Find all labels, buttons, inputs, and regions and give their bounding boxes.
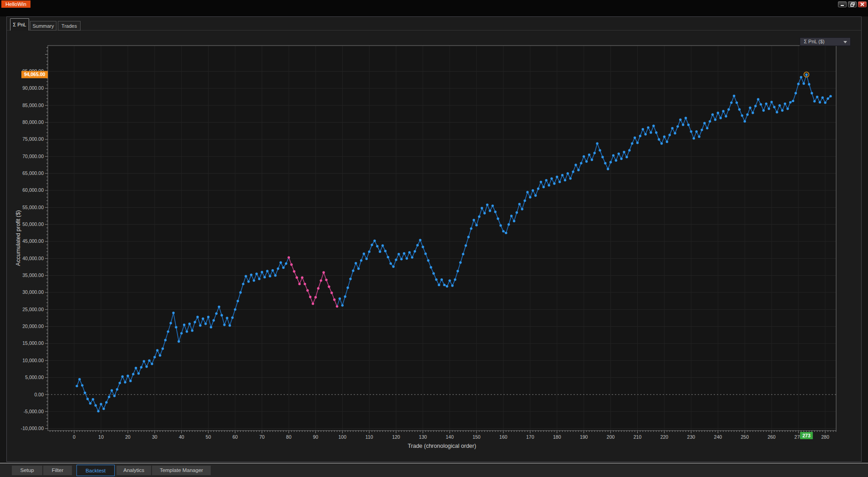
svg-text:90,000.00: 90,000.00 — [22, 85, 44, 91]
svg-text:200: 200 — [607, 434, 615, 440]
tab-filter[interactable]: Filter — [43, 466, 72, 475]
svg-text:70: 70 — [259, 434, 265, 440]
svg-text:160: 160 — [499, 434, 508, 440]
chevron-down-icon — [843, 41, 847, 43]
svg-text:240: 240 — [714, 434, 722, 440]
svg-text:110: 110 — [365, 434, 373, 440]
svg-text:10,000.00: 10,000.00 — [22, 358, 44, 363]
svg-text:190: 190 — [580, 434, 588, 440]
svg-text:220: 220 — [660, 434, 669, 440]
svg-text:150: 150 — [472, 434, 481, 440]
svg-text:20,000.00: 20,000.00 — [22, 323, 44, 329]
x-axis-title: Trade (chronological order) — [408, 443, 476, 449]
svg-text:70,000.00: 70,000.00 — [22, 154, 44, 159]
svg-text:30: 30 — [152, 434, 157, 440]
svg-text:10: 10 — [98, 434, 104, 440]
svg-text:180: 180 — [553, 434, 561, 440]
svg-text:250: 250 — [741, 434, 749, 440]
tab-setup[interactable]: Setup — [12, 466, 42, 475]
svg-text:120: 120 — [392, 434, 400, 440]
svg-text:40: 40 — [179, 434, 184, 440]
svg-text:40,000.00: 40,000.00 — [22, 256, 44, 261]
svg-text:0: 0 — [73, 434, 76, 440]
pnl-chart[interactable]: -10,000.00-5,000.000.005,000.0010,000.00… — [0, 0, 868, 477]
svg-text:75,000.00: 75,000.00 — [22, 136, 44, 142]
svg-text:-5,000.00: -5,000.00 — [24, 409, 44, 414]
tab-pnl[interactable]: Σ PnL — [10, 18, 29, 31]
svg-text:-10,000.00: -10,000.00 — [21, 426, 44, 431]
svg-text:130: 130 — [419, 434, 427, 440]
y-axis-title: Accumulated profit ($) — [15, 210, 21, 266]
svg-text:30,000.00: 30,000.00 — [22, 289, 44, 295]
svg-text:45,000.00: 45,000.00 — [22, 238, 44, 244]
svg-text:65,000.00: 65,000.00 — [22, 170, 44, 176]
svg-text:90: 90 — [313, 434, 319, 440]
svg-text:94,065.00: 94,065.00 — [24, 72, 46, 77]
svg-text:20: 20 — [125, 434, 131, 440]
svg-text:260: 260 — [767, 434, 776, 440]
series-select-value: Σ PnL ($) — [804, 39, 825, 44]
svg-text:85,000.00: 85,000.00 — [22, 103, 44, 108]
svg-text:60: 60 — [233, 434, 238, 440]
svg-text:55,000.00: 55,000.00 — [22, 205, 44, 210]
tab-analytics[interactable]: Analytics — [117, 466, 151, 475]
svg-text:60,000.00: 60,000.00 — [22, 187, 44, 193]
svg-text:170: 170 — [526, 434, 534, 440]
svg-text:15,000.00: 15,000.00 — [22, 340, 44, 346]
svg-text:273: 273 — [802, 433, 811, 438]
tab-backtest[interactable]: Backtest — [76, 465, 115, 476]
svg-text:50,000.00: 50,000.00 — [22, 221, 44, 227]
tab-template-manager[interactable]: Template Manager — [152, 466, 211, 475]
svg-text:80: 80 — [286, 434, 292, 440]
series-select-dropdown[interactable]: Σ PnL ($) — [800, 37, 851, 46]
bottom-tab-bar: Setup Filter Backtest Analytics Template… — [0, 463, 868, 477]
svg-text:140: 140 — [446, 434, 454, 440]
svg-text:210: 210 — [634, 434, 642, 440]
svg-text:230: 230 — [687, 434, 695, 440]
svg-text:5,000.00: 5,000.00 — [25, 374, 44, 380]
svg-text:25,000.00: 25,000.00 — [22, 307, 44, 312]
svg-text:0.00: 0.00 — [35, 392, 44, 397]
svg-text:100: 100 — [339, 434, 347, 440]
svg-text:280: 280 — [821, 434, 829, 440]
svg-text:35,000.00: 35,000.00 — [22, 272, 44, 278]
svg-text:80,000.00: 80,000.00 — [22, 119, 44, 125]
svg-text:50: 50 — [206, 434, 211, 440]
